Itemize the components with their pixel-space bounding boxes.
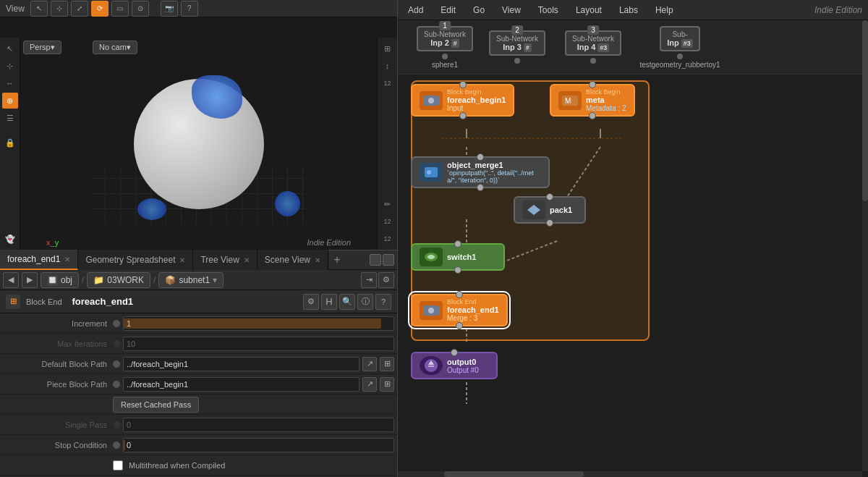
node-switch1[interactable]: switch1	[411, 243, 505, 271]
help-btn[interactable]: ?	[181, 1, 198, 17]
max-iterations-input[interactable]	[123, 337, 394, 351]
properties-panel: ⊞ Block End foreach_end1 ⚙ H 🔍 ⓘ ? Incre…	[0, 290, 397, 477]
vp-tool-ghost[interactable]: 👻	[2, 231, 18, 247]
tab-options	[370, 254, 397, 266]
nocam-button[interactable]: No cam▾	[93, 41, 137, 54]
nav-right-2[interactable]: ⚙	[378, 272, 394, 288]
scrollbar-horizontal[interactable]	[398, 471, 862, 477]
increment-input[interactable]	[123, 316, 394, 331]
view-btn2[interactable]: ⊙	[132, 1, 149, 17]
prop-row-stop-condition: Stop Condition	[0, 435, 397, 455]
switch1-text: switch1	[447, 253, 476, 261]
select2-tool-btn[interactable]: ⊹	[51, 1, 68, 17]
menu-edit[interactable]: Edit	[436, 4, 460, 17]
blue-blob-2	[137, 198, 166, 220]
stop-condition-slider[interactable]	[123, 438, 394, 452]
scrollbar-vertical[interactable]	[862, 20, 868, 471]
menu-view[interactable]: View	[498, 4, 525, 17]
node-object-merge1[interactable]: object_merge1 `opinputpath("..", detail(…	[411, 156, 550, 188]
piece-path-extra-btn[interactable]: ⊞	[380, 377, 394, 392]
tab-close-foreach[interactable]: ✕	[64, 256, 70, 263]
switch1-dot-top	[454, 240, 461, 248]
tab-scene-view[interactable]: Scene View ✕	[258, 250, 328, 270]
vp-right-4[interactable]: ✏	[380, 196, 396, 212]
vp-tool-2[interactable]: ⊹	[2, 58, 18, 74]
input-node-4[interactable]: Sub- Inp #3 testgeometry_rubbertoy1	[637, 26, 723, 69]
breadcrumb-sep-1: /	[82, 275, 84, 285]
tab-tree-view[interactable]: Tree View ✕	[193, 250, 257, 270]
tab-stack-btn[interactable]	[383, 254, 394, 266]
nav-bar: ◀ ▶ 🔲 obj / 📁 03WORK / 📦 subnet1 ▾ ⇥ ⚙	[0, 270, 397, 290]
prop-search-btn[interactable]: 🔍	[339, 294, 355, 310]
menu-help[interactable]: Help	[651, 4, 678, 17]
single-pass-input[interactable]	[123, 418, 394, 432]
nav-right-1[interactable]: ⇥	[361, 272, 377, 288]
input-node-2[interactable]: 2 Sub-Network Inp 3 #	[485, 30, 550, 64]
vp-tool-6[interactable]: 🔒	[2, 135, 18, 151]
reset-cached-pass-button[interactable]: Reset Cached Pass	[113, 397, 199, 413]
stop-condition-input[interactable]	[123, 438, 394, 452]
prop-dot-max-iter	[113, 340, 120, 347]
prop-row-single-pass: Single Pass	[0, 415, 397, 435]
vp-tool-3[interactable]: ↔	[2, 75, 18, 91]
default-path-extra-btn[interactable]: ⊞	[380, 357, 394, 371]
vp-right-6[interactable]: 12	[380, 231, 396, 247]
menu-layout[interactable]: Layout	[571, 4, 606, 17]
graph-area[interactable]: 1 Sub-Network Inp 2 # sphere1 2 Sub-Netw…	[398, 20, 868, 477]
network-top-strip: 1 Sub-Network Inp 2 # sphere1 2 Sub-Netw…	[398, 20, 868, 75]
piece-path-link-btn[interactable]: ↗	[362, 377, 377, 392]
vp-right-2[interactable]: ↕	[380, 58, 396, 74]
vp-right-5[interactable]: 12	[380, 214, 396, 229]
vp-right-3[interactable]: 12	[380, 75, 396, 91]
prop-info-btn[interactable]: ⓘ	[357, 294, 373, 310]
persp-button[interactable]: Persp▾	[23, 41, 61, 54]
menu-add[interactable]: Add	[404, 4, 427, 17]
tab-foreach-end1[interactable]: foreach_end1 ✕	[0, 250, 78, 270]
tab-tile-btn[interactable]	[370, 254, 381, 266]
input-node-1[interactable]: 1 Sub-Network Inp 2 # sphere1	[412, 26, 477, 69]
tab-add-button[interactable]: +	[328, 250, 346, 270]
view-btn1[interactable]: ▭	[111, 1, 129, 17]
multithread-checkbox[interactable]	[113, 460, 123, 470]
prop-slider-increment[interactable]	[123, 316, 394, 331]
move-tool-btn[interactable]: ⤢	[71, 1, 88, 17]
breadcrumb-subnet1[interactable]: 📦 subnet1 ▾	[158, 272, 224, 288]
switch1-dot-bottom	[454, 266, 461, 274]
vp-tool-select[interactable]: ↖	[2, 41, 18, 56]
tab-close-tree[interactable]: ✕	[244, 256, 250, 264]
default-block-path-input[interactable]	[123, 357, 359, 371]
node1-badge: 1	[439, 21, 451, 30]
menu-labs[interactable]: Labs	[615, 4, 642, 17]
vp-right-1[interactable]: ⊞	[380, 41, 396, 56]
vp-tool-4[interactable]: ⊕	[2, 93, 18, 109]
node-foreach-end1[interactable]: Block End foreach_end1 Merge : 3	[411, 294, 508, 326]
prop-row-max-iterations: Max Iterations	[0, 334, 397, 354]
default-path-link-btn[interactable]: ↗	[362, 357, 377, 371]
breadcrumb-obj[interactable]: 🔲 obj	[41, 272, 79, 288]
output0-text: output0 Output #0	[447, 358, 479, 374]
node-foreach-begin1[interactable]: Block Begin foreach_begin1 Input	[411, 84, 514, 117]
node-meta[interactable]: M Block Begin meta Metadata : 2	[550, 84, 635, 117]
node2-dot	[514, 58, 520, 64]
input-node-3[interactable]: 3 Sub-Network Inp 4 #3	[557, 30, 629, 64]
menu-tools[interactable]: Tools	[534, 4, 563, 17]
meta-icon: M	[558, 91, 582, 110]
tab-geometry-spreadsheet[interactable]: Geometry Spreadsheet ✕	[78, 250, 193, 270]
select-tool-btn[interactable]: ↖	[30, 1, 48, 17]
menu-go[interactable]: Go	[469, 4, 489, 17]
object-merge1-dot-bottom	[477, 184, 484, 191]
prop-gear-btn[interactable]: ⚙	[303, 294, 319, 310]
vp-tool-5[interactable]: ☰	[2, 110, 18, 126]
node-output0[interactable]: output0 Output #0	[411, 352, 498, 379]
rotate-tool-btn[interactable]: ⟳	[91, 1, 109, 17]
back-button[interactable]: ◀	[3, 272, 19, 288]
node-pack1[interactable]: pack1	[514, 196, 586, 224]
tab-close-scene[interactable]: ✕	[315, 256, 320, 264]
prop-pin-btn[interactable]: H	[321, 294, 337, 310]
forward-button[interactable]: ▶	[22, 272, 38, 288]
tab-close-geo[interactable]: ✕	[179, 256, 185, 264]
cam-btn[interactable]: 📷	[161, 1, 178, 17]
prop-help-btn[interactable]: ?	[375, 294, 391, 310]
breadcrumb-03work[interactable]: 📁 03WORK	[87, 272, 150, 288]
piece-block-path-input[interactable]	[123, 377, 359, 392]
